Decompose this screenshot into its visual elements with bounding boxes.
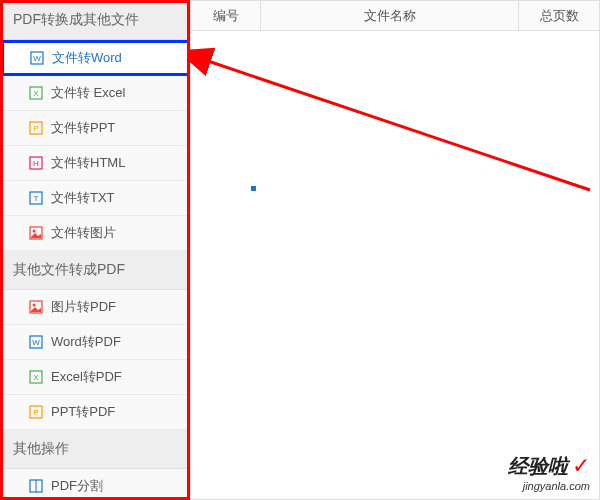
menu-label: Excel转PDF xyxy=(51,368,122,386)
menu-item-pdf-split[interactable]: PDF分割 xyxy=(1,469,190,500)
menu-item-file-to-image[interactable]: 文件转图片 xyxy=(1,216,190,251)
image-icon xyxy=(29,226,43,240)
menu-item-ppt-to-pdf[interactable]: P PPT转PDF xyxy=(1,395,190,430)
menu-item-file-to-excel[interactable]: X 文件转 Excel xyxy=(1,76,190,111)
txt-icon: T xyxy=(29,191,43,205)
watermark-check-icon: ✓ xyxy=(572,453,590,478)
menu-label: 图片转PDF xyxy=(51,298,116,316)
menu-label: PDF分割 xyxy=(51,477,103,495)
word-icon: W xyxy=(30,51,44,65)
svg-text:H: H xyxy=(33,159,39,168)
html-icon: H xyxy=(29,156,43,170)
menu-item-word-to-pdf[interactable]: W Word转PDF xyxy=(1,325,190,360)
menu-item-file-to-ppt[interactable]: P 文件转PPT xyxy=(1,111,190,146)
menu-item-file-to-word[interactable]: W 文件转Word xyxy=(1,40,190,76)
table-body[interactable] xyxy=(191,31,599,499)
svg-text:W: W xyxy=(32,338,40,347)
excel-icon: X xyxy=(29,370,43,384)
menu-label: 文件转TXT xyxy=(51,189,115,207)
menu-item-file-to-html[interactable]: H 文件转HTML xyxy=(1,146,190,181)
svg-text:X: X xyxy=(33,373,39,382)
menu-item-file-to-txt[interactable]: T 文件转TXT xyxy=(1,181,190,216)
column-pages: 总页数 xyxy=(519,1,599,31)
svg-point-11 xyxy=(33,230,36,233)
svg-text:X: X xyxy=(33,89,39,98)
table-header: 编号 文件名称 总页数 xyxy=(191,1,599,31)
cursor-dot xyxy=(251,186,256,191)
menu-label: Word转PDF xyxy=(51,333,121,351)
menu-item-image-to-pdf[interactable]: 图片转PDF xyxy=(1,290,190,325)
ppt-icon: P xyxy=(29,405,43,419)
watermark-url: jingyanla.com xyxy=(508,480,590,492)
split-icon xyxy=(29,479,43,493)
menu-label: PPT转PDF xyxy=(51,403,115,421)
section-header-other-ops: 其他操作 xyxy=(1,430,190,469)
word-icon: W xyxy=(29,335,43,349)
ppt-icon: P xyxy=(29,121,43,135)
svg-text:P: P xyxy=(33,408,38,417)
svg-text:W: W xyxy=(33,54,41,63)
watermark: 经验啦 ✓ jingyanla.com xyxy=(508,453,590,492)
menu-item-excel-to-pdf[interactable]: X Excel转PDF xyxy=(1,360,190,395)
watermark-text: 经验啦 xyxy=(508,455,568,477)
menu-label: 文件转图片 xyxy=(51,224,116,242)
section-header-other-to-pdf: 其他文件转成PDF xyxy=(1,251,190,290)
main-content: 编号 文件名称 总页数 xyxy=(191,1,599,499)
svg-point-13 xyxy=(33,304,36,307)
menu-label: 文件转 Excel xyxy=(51,84,125,102)
menu-label: 文件转PPT xyxy=(51,119,115,137)
menu-label: 文件转HTML xyxy=(51,154,125,172)
column-filename: 文件名称 xyxy=(261,1,519,31)
column-number: 编号 xyxy=(191,1,261,31)
svg-text:P: P xyxy=(33,124,38,133)
excel-icon: X xyxy=(29,86,43,100)
image-icon xyxy=(29,300,43,314)
sidebar: PDF转换成其他文件 W 文件转Word X 文件转 Excel P 文件转PP… xyxy=(1,1,191,499)
section-header-pdf-to-other: PDF转换成其他文件 xyxy=(1,1,190,40)
menu-label: 文件转Word xyxy=(52,49,122,67)
svg-text:T: T xyxy=(34,194,39,203)
